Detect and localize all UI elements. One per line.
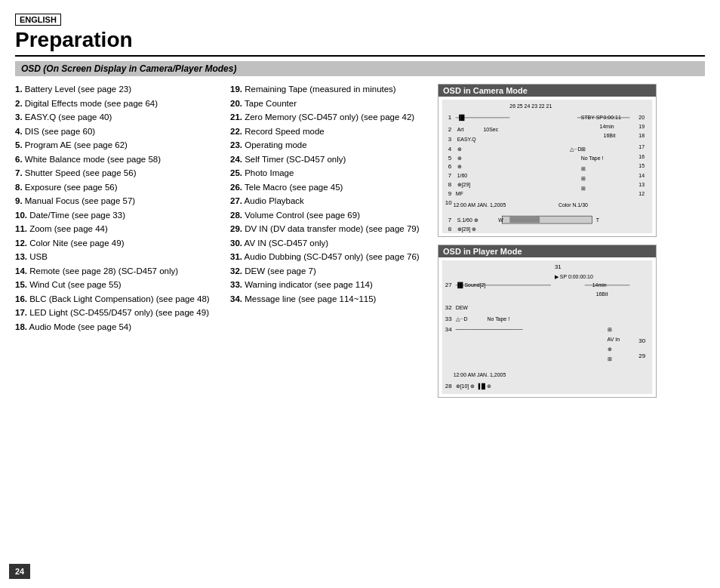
page-container: ENGLISH Preparation OSD (On Screen Displ… bbox=[0, 0, 720, 588]
list-num: 20. bbox=[230, 99, 242, 108]
svg-text:DEW: DEW bbox=[456, 305, 469, 310]
list-num: 8. bbox=[15, 183, 23, 192]
list-item-left-13: 13. USB bbox=[15, 251, 211, 263]
svg-text:8: 8 bbox=[448, 226, 452, 232]
list-item-right-4: 22. Record Speed mode bbox=[230, 126, 430, 138]
list-item-right-9: 27. Audio Playback bbox=[230, 195, 430, 208]
list-num: 17. bbox=[15, 308, 27, 317]
svg-text:⊕: ⊕ bbox=[457, 155, 462, 161]
svg-text:15: 15 bbox=[638, 163, 645, 168]
svg-text:⊕[29]  ⊕: ⊕[29] ⊕ bbox=[457, 226, 477, 232]
list-item-left-1: 1. Battery Level (see page 23) bbox=[15, 84, 211, 96]
svg-text:1: 1 bbox=[448, 114, 452, 121]
svg-text:10Sec: 10Sec bbox=[483, 127, 498, 132]
svg-text:▶ SP  0:00:00:10: ▶ SP 0:00:00:10 bbox=[555, 274, 593, 279]
list-num: 13. bbox=[15, 252, 27, 261]
svg-text:30: 30 bbox=[638, 337, 645, 344]
svg-text:⊞: ⊞ bbox=[608, 327, 612, 332]
svg-text:⊞: ⊞ bbox=[608, 356, 612, 362]
list-num: 14. bbox=[15, 266, 27, 276]
list-num: 21. bbox=[230, 112, 242, 122]
svg-text:14min: 14min bbox=[600, 124, 614, 129]
list-item-left-10: 10. Date/Time (see page 33) bbox=[15, 210, 211, 222]
osd-player-diagram: 31 27 32 33 34 30 29 ▐█ Sound[2] DEW △··… bbox=[438, 257, 656, 397]
svg-text:34: 34 bbox=[445, 326, 452, 333]
svg-text:12:00 AM JAN. 1,2005: 12:00 AM JAN. 1,2005 bbox=[454, 372, 506, 377]
list-item-right-14: 32. DEW (see page 7) bbox=[230, 266, 430, 278]
svg-text:3: 3 bbox=[448, 136, 452, 143]
svg-text:16Bit: 16Bit bbox=[596, 291, 608, 297]
list-item-left-14: 14. Remote (see page 28) (SC-D457 only) bbox=[15, 266, 211, 278]
svg-text:28: 28 bbox=[445, 383, 452, 389]
list-item-left-11: 11. Zoom (see page 44) bbox=[15, 223, 211, 236]
svg-text:9: 9 bbox=[448, 190, 452, 197]
svg-text:⊕: ⊕ bbox=[457, 164, 462, 169]
list-item-left-15: 15. Wind Cut (see page 55) bbox=[15, 279, 211, 291]
right-column: 19. Remaining Tape (measured in minutes)… bbox=[226, 84, 430, 405]
list-item-left-2: 2. Digital Effects mode (see page 64) bbox=[15, 98, 211, 110]
list-item-right-16: 34. Message line (see page 114~115) bbox=[230, 294, 430, 306]
svg-text:⊞: ⊞ bbox=[581, 176, 586, 181]
list-item-left-12: 12. Color Nite (see page 49) bbox=[15, 238, 211, 250]
list-num: 26. bbox=[230, 183, 242, 192]
list-item-right-7: 25. Photo Image bbox=[230, 168, 430, 180]
list-num: 22. bbox=[230, 127, 242, 136]
list-item-left-8: 8. Exposure (see page 56) bbox=[15, 182, 211, 194]
main-content: 1. Battery Level (see page 23)2. Digital… bbox=[15, 84, 705, 405]
list-num: 9. bbox=[15, 196, 23, 205]
svg-text:Art: Art bbox=[457, 127, 464, 132]
osd-camera-diagram: 1 2 3 4 5 6 7 8 9 10 ▐█ Art 10Sec bbox=[438, 97, 656, 236]
svg-text:31: 31 bbox=[555, 263, 562, 270]
svg-text:14: 14 bbox=[638, 173, 645, 178]
svg-text:──────────────────: ────────────────── bbox=[455, 327, 523, 332]
svg-text:No Tape !: No Tape ! bbox=[487, 316, 509, 322]
list-item-left-16: 16. BLC (Back Light Compensation) (see p… bbox=[15, 294, 211, 306]
list-num: 32. bbox=[230, 266, 242, 276]
svg-text:6: 6 bbox=[448, 163, 452, 170]
list-num: 1. bbox=[15, 85, 23, 94]
svg-text:W: W bbox=[498, 217, 503, 223]
svg-text:⊕: ⊕ bbox=[457, 146, 462, 152]
svg-text:32: 32 bbox=[445, 304, 452, 311]
osd-camera-title: OSD in Camera Mode bbox=[438, 85, 656, 97]
list-item-right-12: 30. AV IN (SC-D457 only) bbox=[230, 238, 430, 250]
list-num: 7. bbox=[15, 168, 23, 177]
svg-text:10: 10 bbox=[445, 199, 452, 206]
svg-text:18: 18 bbox=[638, 133, 645, 138]
list-num: 30. bbox=[230, 239, 242, 248]
english-badge: ENGLISH bbox=[15, 14, 61, 26]
svg-text:19: 19 bbox=[638, 124, 645, 129]
svg-rect-48 bbox=[509, 217, 540, 223]
list-num: 3. bbox=[15, 112, 23, 122]
list-item-right-6: 24. Self Timer (SC-D457 only) bbox=[230, 154, 430, 166]
list-item-right-11: 29. DV IN (DV data transfer mode) (see p… bbox=[230, 223, 430, 236]
svg-text:12:00 AM JAN. 1,2005: 12:00 AM JAN. 1,2005 bbox=[454, 202, 506, 208]
svg-text:13: 13 bbox=[638, 182, 645, 187]
svg-text:⊕[29]: ⊕[29] bbox=[457, 182, 471, 188]
svg-text:4: 4 bbox=[448, 146, 452, 152]
svg-text:12: 12 bbox=[638, 191, 645, 196]
list-item-right-15: 33. Warning indicator (see page 114) bbox=[230, 279, 430, 291]
svg-text:16: 16 bbox=[638, 154, 645, 159]
svg-text:⊞: ⊞ bbox=[581, 186, 586, 191]
svg-text:26 25 24  23  22  21: 26 25 24 23 22 21 bbox=[509, 103, 552, 109]
list-item-left-17: 17. LED Light (SC-D455/D457 only) (see p… bbox=[15, 307, 211, 319]
svg-text:7: 7 bbox=[448, 172, 452, 179]
svg-text:△···D: △···D bbox=[456, 316, 468, 322]
list-num: 19. bbox=[230, 85, 242, 94]
list-num: 23. bbox=[230, 140, 242, 149]
list-num: 29. bbox=[230, 224, 242, 233]
svg-text:0:00:11: 0:00:11 bbox=[604, 115, 621, 120]
left-column: 1. Battery Level (see page 23)2. Digital… bbox=[15, 84, 219, 405]
osd-area: OSD in Camera Mode 1 2 3 4 5 6 7 bbox=[438, 84, 657, 405]
svg-text:1/60: 1/60 bbox=[457, 173, 468, 178]
list-num: 5. bbox=[15, 140, 23, 149]
list-item-left-18: 18. Audio Mode (see page 54) bbox=[15, 322, 211, 334]
svg-text:⊞: ⊞ bbox=[581, 166, 586, 171]
list-item-right-8: 26. Tele Macro (see page 45) bbox=[230, 182, 430, 194]
list-item-left-5: 5. Program AE (see page 62) bbox=[15, 140, 211, 152]
list-num: 34. bbox=[230, 294, 242, 303]
list-item-right-10: 28. Volume Control (see page 69) bbox=[230, 210, 430, 222]
list-num: 27. bbox=[230, 196, 242, 205]
list-num: 18. bbox=[15, 322, 27, 331]
